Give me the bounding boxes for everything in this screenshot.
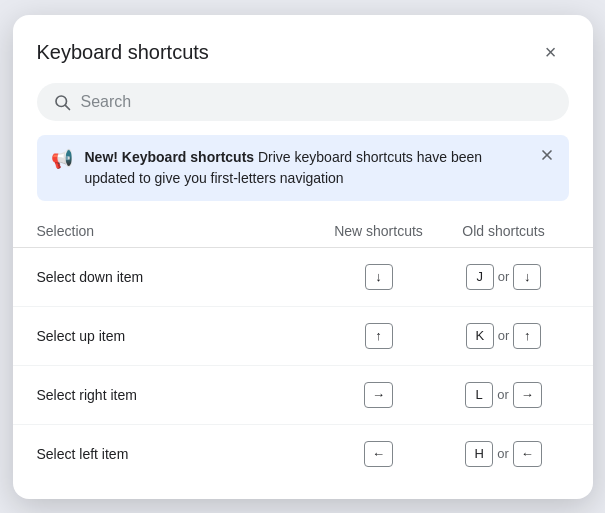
old-key-1: J [466,264,494,290]
keyboard-shortcuts-modal: Keyboard shortcuts × 📢 New! Keyboard sho… [13,15,593,499]
notification-title: New! Keyboard shortcuts [85,149,255,165]
notification-close-button[interactable] [539,147,555,163]
col-header-action: Selection [37,223,319,239]
search-input[interactable] [81,93,553,111]
notification-text: New! Keyboard shortcuts Drive keyboard s… [85,147,527,189]
search-icon [53,93,71,111]
modal-header: Keyboard shortcuts × [13,15,593,83]
old-key-1: K [466,323,494,349]
action-label: Select left item [37,446,319,462]
new-shortcut-cell: ← [319,441,439,467]
table-row: Select left item ← H or ← [13,425,593,483]
shortcut-table-body: Select down item ↓ J or ↓ Select up item… [13,248,593,483]
megaphone-icon: 📢 [51,148,73,170]
or-text: or [497,387,509,402]
old-shortcut-cell: K or ↑ [439,323,569,349]
action-label: Select down item [37,269,319,285]
old-key-1: H [465,441,493,467]
close-button[interactable]: × [533,35,569,71]
new-shortcut-cell: ↓ [319,264,439,290]
old-shortcut-cell: H or ← [439,441,569,467]
table-row: Select up item ↑ K or ↑ [13,307,593,366]
old-key-2: ↓ [513,264,541,290]
col-header-old: Old shortcuts [439,223,569,239]
new-key: ↑ [365,323,393,349]
table-row: Select right item → L or → [13,366,593,425]
old-key-2: ↑ [513,323,541,349]
or-text: or [498,328,510,343]
new-key: → [364,382,393,408]
table-row: Select down item ↓ J or ↓ [13,248,593,307]
new-key: ↓ [365,264,393,290]
search-bar [37,83,569,121]
notification-bar: 📢 New! Keyboard shortcuts Drive keyboard… [37,135,569,201]
new-key: ← [364,441,393,467]
old-key-2: → [513,382,542,408]
svg-line-1 [65,105,69,109]
or-text: or [497,446,509,461]
old-key-2: ← [513,441,542,467]
new-shortcut-cell: → [319,382,439,408]
modal-title: Keyboard shortcuts [37,41,209,64]
action-label: Select up item [37,328,319,344]
action-label: Select right item [37,387,319,403]
col-header-new: New shortcuts [319,223,439,239]
old-key-1: L [465,382,493,408]
old-shortcut-cell: J or ↓ [439,264,569,290]
or-text: or [498,269,510,284]
old-shortcut-cell: L or → [439,382,569,408]
new-shortcut-cell: ↑ [319,323,439,349]
table-header: Selection New shortcuts Old shortcuts [13,215,593,248]
